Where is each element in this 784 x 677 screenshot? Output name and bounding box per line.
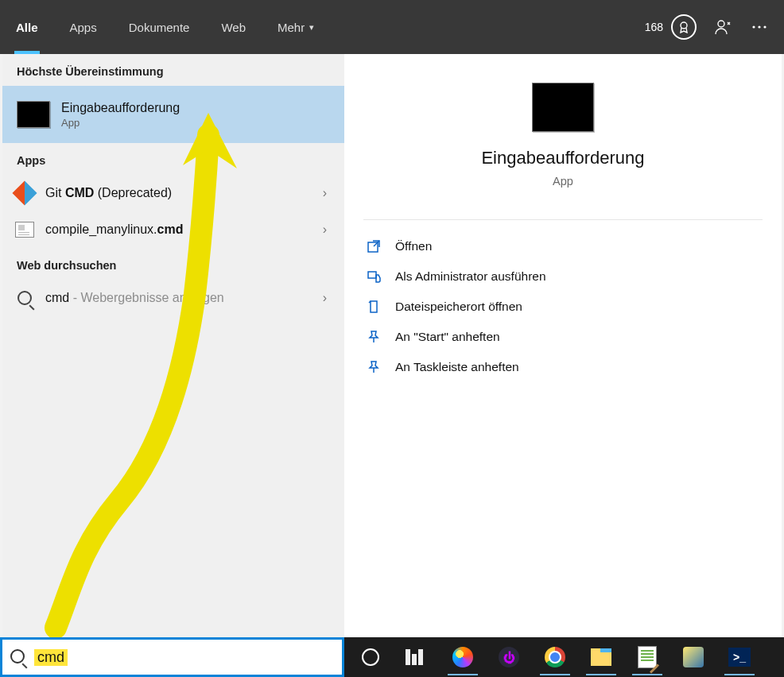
- best-match-result[interactable]: Eingabeaufforderung App: [2, 86, 344, 143]
- divider: [363, 219, 763, 220]
- rewards-points-value: 168: [645, 21, 663, 33]
- notepadpp-icon: [638, 646, 657, 668]
- folder-icon: [591, 648, 611, 666]
- chevron-down-icon: ▾: [309, 22, 314, 33]
- search-query-text: cmd: [34, 649, 68, 666]
- start-search-bar[interactable]: cmd: [0, 637, 344, 677]
- pin-icon: [367, 360, 382, 374]
- detail-actions: Öffnen Als Administrator ausführen Datei…: [344, 226, 782, 387]
- rewards-points[interactable]: 168: [645, 14, 697, 40]
- tab-documents[interactable]: Dokumente: [113, 0, 206, 54]
- taskbar-firefox[interactable]: [441, 639, 484, 675]
- medal-icon: [671, 14, 697, 40]
- search-topbar: Alle Apps Dokumente Web Mehr ▾ 168: [0, 0, 784, 54]
- action-pinstart-label: An "Start" anheften: [395, 330, 500, 344]
- app-result-compile-cmd[interactable]: compile_manylinux.cmd ›: [2, 211, 344, 248]
- pycharm-icon: [683, 647, 704, 667]
- detail-subtitle: App: [360, 175, 766, 188]
- action-pin-to-start[interactable]: An "Start" anheften: [352, 322, 774, 352]
- best-match-subtitle: App: [61, 117, 330, 129]
- taskbar-cortana[interactable]: [349, 639, 392, 675]
- taskbar-taskview[interactable]: [395, 639, 438, 675]
- action-pin-to-taskbar[interactable]: An Taskleiste anheften: [352, 352, 774, 382]
- svg-point-2: [752, 25, 755, 28]
- chevron-right-icon[interactable]: ›: [318, 186, 332, 200]
- folder-icon: [367, 300, 382, 314]
- open-icon: [367, 239, 382, 253]
- app-result-title: Git CMD (Deprecated): [45, 186, 318, 200]
- action-run-as-admin[interactable]: Als Administrator ausführen: [352, 261, 774, 292]
- svg-point-4: [763, 25, 766, 28]
- shield-icon: [367, 269, 382, 284]
- cortana-icon: [362, 648, 379, 666]
- chrome-icon: [545, 647, 565, 667]
- app-result-title: compile_manylinux.cmd: [45, 222, 318, 237]
- account-icon[interactable]: [714, 17, 733, 37]
- taskbar-pycharm[interactable]: [672, 639, 715, 675]
- taskbar-powershell[interactable]: >_: [718, 639, 761, 675]
- taskbar-chrome[interactable]: [534, 639, 576, 675]
- topbar-right: 168: [645, 14, 768, 40]
- search-icon: [10, 649, 26, 665]
- taskbar: ⏻ >_: [344, 637, 784, 677]
- firefox-icon: [452, 647, 473, 667]
- cmd-icon: [17, 101, 50, 128]
- action-location-label: Dateispeicherort öffnen: [395, 300, 522, 314]
- search-icon: [15, 288, 34, 308]
- app-result-git-cmd[interactable]: Git CMD (Deprecated) ›: [2, 175, 344, 211]
- pin-icon: [367, 330, 382, 344]
- web-search-result[interactable]: cmd - Webergebnisse anzeigen ›: [2, 280, 344, 316]
- chevron-right-icon[interactable]: ›: [318, 222, 332, 237]
- action-admin-label: Als Administrator ausführen: [395, 269, 546, 284]
- power-icon: ⏻: [499, 647, 519, 667]
- tab-web[interactable]: Web: [205, 0, 262, 54]
- git-icon: [15, 184, 34, 203]
- apps-label: Apps: [2, 143, 344, 175]
- cmd-icon-large: [532, 83, 594, 132]
- svg-point-3: [758, 25, 760, 28]
- detail-hero: Eingabeaufforderung App: [344, 54, 782, 205]
- web-result-title: cmd - Webergebnisse anzeigen: [45, 291, 318, 305]
- best-match-label: Höchste Übereinstimmung: [2, 54, 344, 86]
- svg-point-0: [681, 22, 687, 29]
- best-match-title: Eingabeaufforderung: [61, 101, 330, 115]
- action-open[interactable]: Öffnen: [352, 231, 774, 261]
- web-label: Web durchsuchen: [2, 248, 344, 280]
- taskbar-file-explorer[interactable]: [580, 639, 623, 675]
- tab-more-label: Mehr: [278, 21, 305, 34]
- svg-rect-6: [368, 272, 376, 278]
- taskbar-notepadpp[interactable]: [626, 639, 669, 675]
- result-detail-column: Eingabeaufforderung App Öffnen Als Admin…: [344, 54, 782, 637]
- action-open-file-location[interactable]: Dateispeicherort öffnen: [352, 292, 774, 322]
- powershell-icon: >_: [728, 648, 751, 667]
- results-left-column: Höchste Übereinstimmung Eingabeaufforder…: [2, 54, 344, 637]
- action-pintaskbar-label: An Taskleiste anheften: [395, 360, 519, 374]
- tab-apps[interactable]: Apps: [54, 0, 113, 54]
- tab-all[interactable]: Alle: [0, 0, 54, 54]
- detail-title: Eingabeaufforderung: [360, 148, 766, 168]
- svg-point-1: [718, 21, 724, 27]
- tab-more[interactable]: Mehr ▾: [262, 0, 330, 54]
- more-icon[interactable]: [751, 18, 768, 36]
- taskbar-canary[interactable]: ⏻: [487, 639, 530, 675]
- action-open-label: Öffnen: [395, 239, 432, 253]
- cmd-file-icon: [15, 220, 34, 239]
- search-scope-tabs: Alle Apps Dokumente Web Mehr ▾: [0, 0, 330, 54]
- search-results-panel: Höchste Übereinstimmung Eingabeaufforder…: [2, 54, 782, 637]
- taskview-icon: [406, 649, 428, 665]
- chevron-right-icon[interactable]: ›: [318, 291, 332, 305]
